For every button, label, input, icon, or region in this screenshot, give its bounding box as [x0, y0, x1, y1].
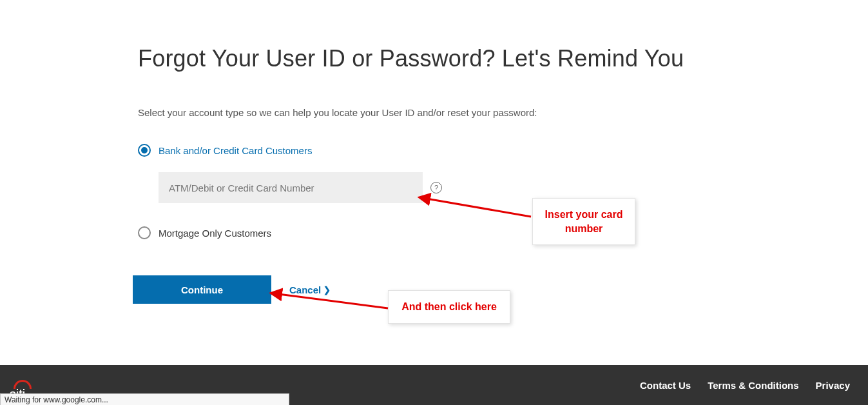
- radio-icon: [138, 226, 151, 239]
- radio-bank-label: Bank and/or Credit Card Customers: [159, 145, 312, 156]
- main-content: Forgot Your User ID or Password? Let's R…: [0, 0, 709, 304]
- footer-links: Contact Us Terms & Conditions Privacy: [640, 380, 850, 391]
- footer-link-terms[interactable]: Terms & Conditions: [708, 380, 798, 391]
- annotation-callout-1: Insert your card number: [532, 198, 635, 245]
- footer-link-contact[interactable]: Contact Us: [640, 380, 691, 391]
- instruction-text: Select your account type so we can help …: [138, 107, 709, 118]
- browser-status-bar: Waiting for www.google.com...: [0, 393, 289, 405]
- page-title: Forgot Your User ID or Password? Let's R…: [138, 45, 709, 72]
- cancel-link[interactable]: Cancel ❯: [289, 284, 331, 295]
- radio-mortgage-label: Mortgage Only Customers: [159, 228, 271, 239]
- radio-icon: [138, 144, 151, 157]
- footer-link-privacy[interactable]: Privacy: [816, 380, 850, 391]
- annotation-callout-2: And then click here: [388, 290, 510, 324]
- continue-button[interactable]: Continue: [133, 275, 271, 304]
- cancel-label: Cancel: [289, 284, 321, 295]
- chevron-right-icon: ❯: [323, 285, 331, 295]
- help-icon[interactable]: ?: [430, 182, 442, 193]
- card-number-input[interactable]: [159, 172, 423, 203]
- radio-bank-credit[interactable]: Bank and/or Credit Card Customers: [138, 144, 709, 157]
